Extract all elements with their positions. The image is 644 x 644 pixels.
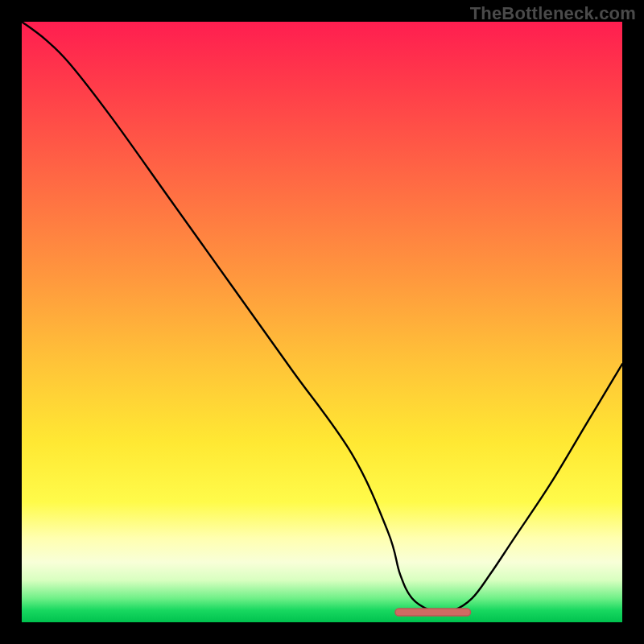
plot-area — [22, 22, 622, 622]
optimal-range-marker — [394, 606, 473, 621]
svg-rect-0 — [395, 609, 471, 616]
chart-frame: TheBottleneck.com — [0, 0, 644, 644]
watermark-text: TheBottleneck.com — [470, 3, 636, 24]
bottleneck-curve — [22, 22, 622, 622]
